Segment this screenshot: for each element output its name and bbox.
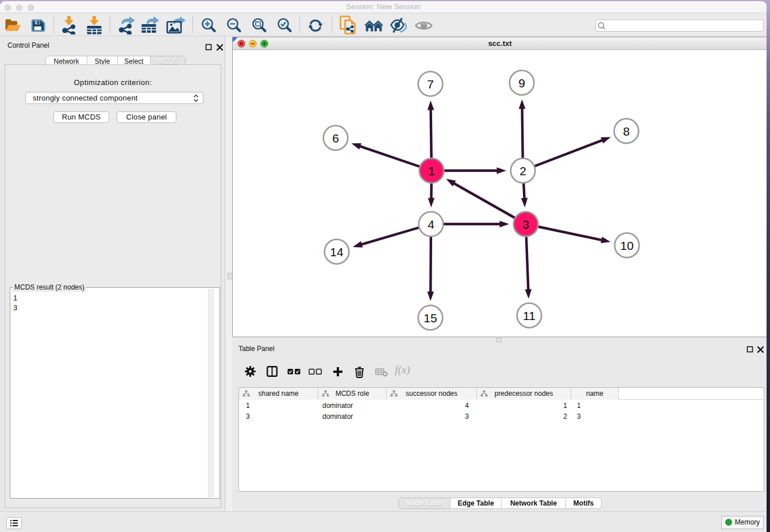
svg-text:7: 7 bbox=[427, 78, 434, 91]
svg-text:1: 1 bbox=[428, 164, 435, 178]
svg-text:10: 10 bbox=[620, 239, 633, 252]
svg-text:14: 14 bbox=[330, 245, 344, 259]
svg-text:6: 6 bbox=[332, 132, 339, 145]
svg-text:3: 3 bbox=[522, 218, 529, 231]
svg-text:8: 8 bbox=[623, 125, 630, 138]
svg-text:15: 15 bbox=[424, 311, 437, 325]
svg-text:9: 9 bbox=[518, 76, 525, 90]
svg-text:2: 2 bbox=[519, 164, 526, 178]
svg-text:11: 11 bbox=[523, 309, 536, 322]
svg-text:4: 4 bbox=[428, 218, 434, 231]
